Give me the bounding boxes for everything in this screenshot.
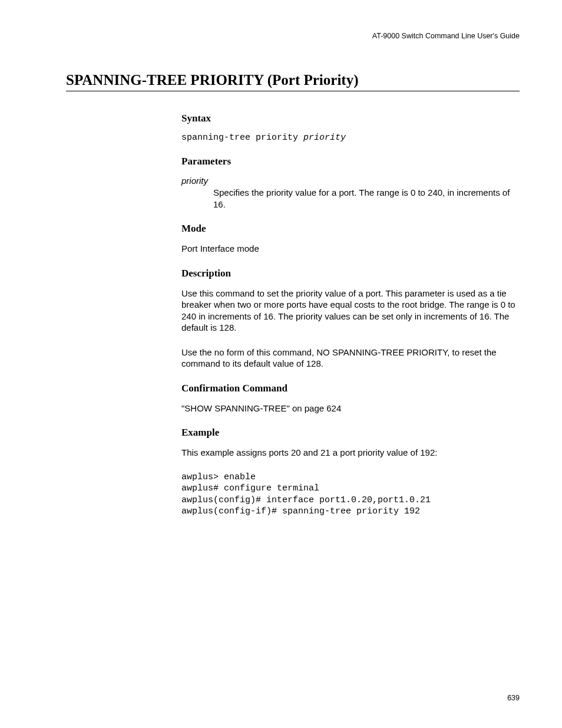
syntax-heading: Syntax (181, 113, 520, 124)
description-p1: Use this command to set the priority val… (181, 288, 520, 334)
syntax-line: spanning-tree priority priority (181, 133, 520, 143)
example-heading: Example (181, 427, 520, 439)
title-rule (66, 91, 520, 91)
parameters-heading: Parameters (181, 156, 520, 167)
confirmation-heading: Confirmation Command (181, 383, 520, 394)
description-p2: Use the no form of this command, NO SPAN… (181, 347, 520, 370)
param-description: Specifies the priority value for a port.… (213, 187, 520, 210)
description-heading: Description (181, 268, 520, 279)
page-number: 639 (507, 694, 520, 702)
mode-text: Port Interface mode (181, 243, 520, 255)
content-area: Syntax spanning-tree priority priority P… (181, 113, 520, 518)
example-code: awplus> enable awplus# configure termina… (181, 472, 520, 518)
mode-heading: Mode (181, 223, 520, 235)
page-title: SPANNING-TREE PRIORITY (Port Priority) (66, 72, 520, 88)
confirmation-text: "SHOW SPANNING-TREE" on page 624 (181, 403, 520, 414)
document-header: AT-9000 Switch Command Line User's Guide (66, 32, 520, 40)
syntax-cmd: spanning-tree priority (181, 133, 303, 143)
example-intro: This example assigns ports 20 and 21 a p… (181, 447, 520, 459)
page-container: AT-9000 Switch Command Line User's Guide… (0, 0, 562, 728)
param-name: priority (181, 176, 520, 186)
syntax-arg: priority (303, 133, 346, 143)
